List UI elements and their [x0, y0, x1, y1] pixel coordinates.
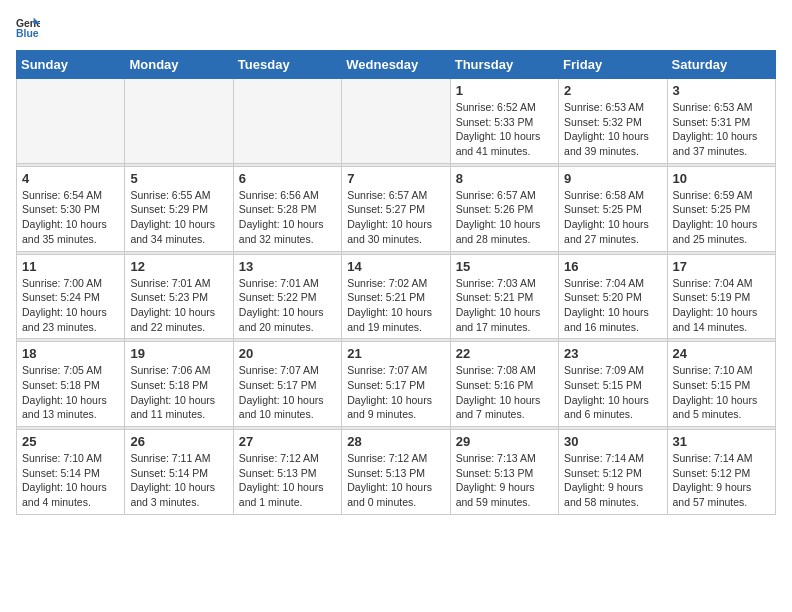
calendar-cell: 20Sunrise: 7:07 AMSunset: 5:17 PMDayligh…	[233, 342, 341, 427]
day-number: 18	[22, 346, 119, 361]
calendar-week-2: 4Sunrise: 6:54 AMSunset: 5:30 PMDaylight…	[17, 166, 776, 251]
day-info: Sunrise: 7:13 AMSunset: 5:13 PMDaylight:…	[456, 451, 553, 510]
day-number: 28	[347, 434, 444, 449]
day-info: Sunrise: 6:56 AMSunset: 5:28 PMDaylight:…	[239, 188, 336, 247]
calendar-cell: 2Sunrise: 6:53 AMSunset: 5:32 PMDaylight…	[559, 79, 667, 164]
calendar-cell: 10Sunrise: 6:59 AMSunset: 5:25 PMDayligh…	[667, 166, 775, 251]
day-number: 17	[673, 259, 770, 274]
calendar-cell: 23Sunrise: 7:09 AMSunset: 5:15 PMDayligh…	[559, 342, 667, 427]
day-info: Sunrise: 7:10 AMSunset: 5:15 PMDaylight:…	[673, 363, 770, 422]
day-number: 24	[673, 346, 770, 361]
day-info: Sunrise: 6:54 AMSunset: 5:30 PMDaylight:…	[22, 188, 119, 247]
day-info: Sunrise: 7:02 AMSunset: 5:21 PMDaylight:…	[347, 276, 444, 335]
day-info: Sunrise: 7:03 AMSunset: 5:21 PMDaylight:…	[456, 276, 553, 335]
calendar-cell: 7Sunrise: 6:57 AMSunset: 5:27 PMDaylight…	[342, 166, 450, 251]
svg-text:Blue: Blue	[16, 28, 39, 39]
weekday-header-wednesday: Wednesday	[342, 51, 450, 79]
calendar-cell: 16Sunrise: 7:04 AMSunset: 5:20 PMDayligh…	[559, 254, 667, 339]
day-number: 9	[564, 171, 661, 186]
weekday-header-row: SundayMondayTuesdayWednesdayThursdayFrid…	[17, 51, 776, 79]
calendar-cell: 18Sunrise: 7:05 AMSunset: 5:18 PMDayligh…	[17, 342, 125, 427]
day-info: Sunrise: 7:00 AMSunset: 5:24 PMDaylight:…	[22, 276, 119, 335]
day-number: 3	[673, 83, 770, 98]
calendar-week-4: 18Sunrise: 7:05 AMSunset: 5:18 PMDayligh…	[17, 342, 776, 427]
calendar-cell: 21Sunrise: 7:07 AMSunset: 5:17 PMDayligh…	[342, 342, 450, 427]
day-info: Sunrise: 6:59 AMSunset: 5:25 PMDaylight:…	[673, 188, 770, 247]
day-info: Sunrise: 6:57 AMSunset: 5:27 PMDaylight:…	[347, 188, 444, 247]
day-number: 1	[456, 83, 553, 98]
day-number: 29	[456, 434, 553, 449]
day-info: Sunrise: 6:55 AMSunset: 5:29 PMDaylight:…	[130, 188, 227, 247]
weekday-header-friday: Friday	[559, 51, 667, 79]
day-number: 26	[130, 434, 227, 449]
day-number: 21	[347, 346, 444, 361]
day-info: Sunrise: 7:11 AMSunset: 5:14 PMDaylight:…	[130, 451, 227, 510]
day-number: 25	[22, 434, 119, 449]
calendar-cell: 24Sunrise: 7:10 AMSunset: 5:15 PMDayligh…	[667, 342, 775, 427]
day-number: 23	[564, 346, 661, 361]
calendar-cell: 26Sunrise: 7:11 AMSunset: 5:14 PMDayligh…	[125, 430, 233, 515]
day-number: 13	[239, 259, 336, 274]
day-number: 14	[347, 259, 444, 274]
logo-icon: General Blue	[16, 16, 40, 40]
day-number: 7	[347, 171, 444, 186]
day-info: Sunrise: 7:04 AMSunset: 5:20 PMDaylight:…	[564, 276, 661, 335]
calendar-cell: 4Sunrise: 6:54 AMSunset: 5:30 PMDaylight…	[17, 166, 125, 251]
day-number: 30	[564, 434, 661, 449]
calendar-cell: 27Sunrise: 7:12 AMSunset: 5:13 PMDayligh…	[233, 430, 341, 515]
weekday-header-sunday: Sunday	[17, 51, 125, 79]
day-info: Sunrise: 6:53 AMSunset: 5:32 PMDaylight:…	[564, 100, 661, 159]
calendar-cell	[342, 79, 450, 164]
day-number: 27	[239, 434, 336, 449]
calendar-cell	[17, 79, 125, 164]
calendar-cell: 8Sunrise: 6:57 AMSunset: 5:26 PMDaylight…	[450, 166, 558, 251]
calendar-cell	[125, 79, 233, 164]
day-number: 19	[130, 346, 227, 361]
day-info: Sunrise: 7:01 AMSunset: 5:22 PMDaylight:…	[239, 276, 336, 335]
calendar-cell: 17Sunrise: 7:04 AMSunset: 5:19 PMDayligh…	[667, 254, 775, 339]
day-info: Sunrise: 6:57 AMSunset: 5:26 PMDaylight:…	[456, 188, 553, 247]
calendar-cell: 3Sunrise: 6:53 AMSunset: 5:31 PMDaylight…	[667, 79, 775, 164]
calendar-cell: 28Sunrise: 7:12 AMSunset: 5:13 PMDayligh…	[342, 430, 450, 515]
calendar-cell: 25Sunrise: 7:10 AMSunset: 5:14 PMDayligh…	[17, 430, 125, 515]
calendar-cell: 29Sunrise: 7:13 AMSunset: 5:13 PMDayligh…	[450, 430, 558, 515]
calendar-cell	[233, 79, 341, 164]
calendar-cell: 30Sunrise: 7:14 AMSunset: 5:12 PMDayligh…	[559, 430, 667, 515]
day-info: Sunrise: 7:12 AMSunset: 5:13 PMDaylight:…	[239, 451, 336, 510]
day-number: 2	[564, 83, 661, 98]
day-number: 16	[564, 259, 661, 274]
day-info: Sunrise: 7:07 AMSunset: 5:17 PMDaylight:…	[239, 363, 336, 422]
day-info: Sunrise: 7:10 AMSunset: 5:14 PMDaylight:…	[22, 451, 119, 510]
day-info: Sunrise: 7:05 AMSunset: 5:18 PMDaylight:…	[22, 363, 119, 422]
day-info: Sunrise: 7:14 AMSunset: 5:12 PMDaylight:…	[673, 451, 770, 510]
calendar-cell: 5Sunrise: 6:55 AMSunset: 5:29 PMDaylight…	[125, 166, 233, 251]
day-number: 6	[239, 171, 336, 186]
day-info: Sunrise: 7:06 AMSunset: 5:18 PMDaylight:…	[130, 363, 227, 422]
day-number: 31	[673, 434, 770, 449]
day-info: Sunrise: 7:14 AMSunset: 5:12 PMDaylight:…	[564, 451, 661, 510]
day-number: 5	[130, 171, 227, 186]
day-number: 10	[673, 171, 770, 186]
day-number: 4	[22, 171, 119, 186]
calendar-week-1: 1Sunrise: 6:52 AMSunset: 5:33 PMDaylight…	[17, 79, 776, 164]
page-header: General Blue	[16, 16, 776, 40]
calendar-cell: 6Sunrise: 6:56 AMSunset: 5:28 PMDaylight…	[233, 166, 341, 251]
weekday-header-thursday: Thursday	[450, 51, 558, 79]
calendar-cell: 12Sunrise: 7:01 AMSunset: 5:23 PMDayligh…	[125, 254, 233, 339]
day-info: Sunrise: 6:58 AMSunset: 5:25 PMDaylight:…	[564, 188, 661, 247]
weekday-header-tuesday: Tuesday	[233, 51, 341, 79]
day-info: Sunrise: 6:53 AMSunset: 5:31 PMDaylight:…	[673, 100, 770, 159]
day-number: 15	[456, 259, 553, 274]
day-number: 22	[456, 346, 553, 361]
calendar-cell: 15Sunrise: 7:03 AMSunset: 5:21 PMDayligh…	[450, 254, 558, 339]
calendar-cell: 9Sunrise: 6:58 AMSunset: 5:25 PMDaylight…	[559, 166, 667, 251]
day-number: 20	[239, 346, 336, 361]
calendar-cell: 11Sunrise: 7:00 AMSunset: 5:24 PMDayligh…	[17, 254, 125, 339]
day-info: Sunrise: 7:12 AMSunset: 5:13 PMDaylight:…	[347, 451, 444, 510]
calendar-cell: 14Sunrise: 7:02 AMSunset: 5:21 PMDayligh…	[342, 254, 450, 339]
day-info: Sunrise: 7:01 AMSunset: 5:23 PMDaylight:…	[130, 276, 227, 335]
day-info: Sunrise: 7:08 AMSunset: 5:16 PMDaylight:…	[456, 363, 553, 422]
day-info: Sunrise: 7:07 AMSunset: 5:17 PMDaylight:…	[347, 363, 444, 422]
calendar-cell: 31Sunrise: 7:14 AMSunset: 5:12 PMDayligh…	[667, 430, 775, 515]
calendar-table: SundayMondayTuesdayWednesdayThursdayFrid…	[16, 50, 776, 515]
